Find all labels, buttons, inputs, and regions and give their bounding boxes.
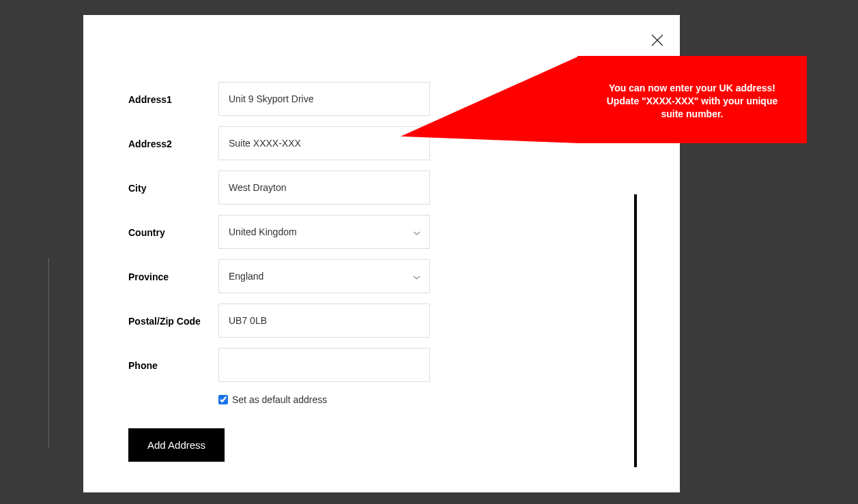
address2-label: Address2 [128, 137, 218, 149]
province-label: Province [128, 270, 218, 282]
province-select[interactable]: England [218, 259, 430, 293]
phone-label: Phone [128, 359, 218, 371]
province-row: Province England [128, 259, 538, 293]
address1-row: Address1 [128, 82, 538, 116]
callout-text-line3: suite number. [592, 108, 792, 121]
postal-row: Postal/Zip Code [128, 303, 538, 338]
callout-text-line1: You can now enter your UK address! [609, 83, 775, 93]
add-address-button[interactable]: Add Address [128, 428, 225, 462]
city-label: City [128, 181, 218, 194]
default-address-label: Set as default address [232, 394, 327, 405]
postal-input[interactable] [218, 303, 430, 338]
phone-row: Phone [128, 348, 538, 382]
address1-input[interactable] [218, 82, 430, 116]
city-input[interactable] [218, 171, 430, 205]
default-address-row: Set as default address [218, 394, 538, 405]
country-label: Country [128, 226, 218, 238]
country-select[interactable]: United Kingdom [218, 215, 430, 249]
default-address-checkbox[interactable] [218, 395, 228, 404]
callout-tooltip: You can now enter your UK address! Updat… [577, 56, 807, 143]
scrollbar-thumb[interactable] [634, 194, 637, 467]
address2-input[interactable] [218, 126, 430, 160]
postal-label: Postal/Zip Code [128, 314, 218, 327]
address1-label: Address1 [128, 93, 218, 105]
country-row: Country United Kingdom [128, 215, 538, 249]
address-form: Address1 Address2 City Country United Ki… [128, 82, 538, 462]
address2-row: Address2 [128, 126, 538, 160]
background-mark [48, 258, 49, 449]
callout-text-line2: Update "XXXX-XXX" with your unique [592, 95, 792, 108]
phone-input[interactable] [218, 348, 430, 382]
city-row: City [128, 171, 538, 205]
close-icon[interactable] [651, 34, 663, 49]
